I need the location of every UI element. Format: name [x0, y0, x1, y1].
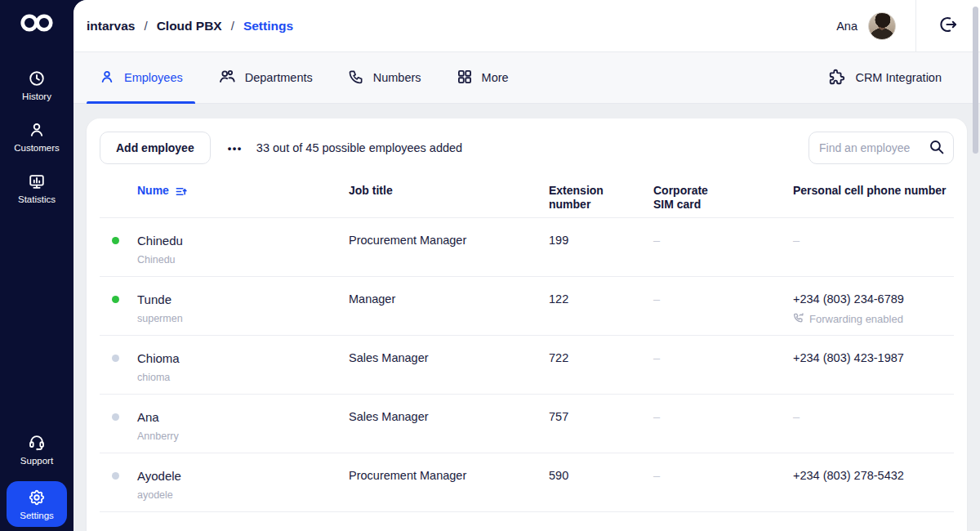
- employee-sim: –: [653, 395, 793, 453]
- call-forward-icon: [793, 312, 804, 326]
- clock-icon: [28, 69, 46, 87]
- breadcrumb-product[interactable]: Cloud PBX: [157, 19, 222, 33]
- table-row[interactable]: Chioma chioma Sales Manager 722 – +234 (…: [100, 336, 954, 395]
- puzzle-icon: [828, 68, 846, 88]
- logout-button[interactable]: [916, 15, 980, 38]
- sidebar-item-history[interactable]: History: [3, 60, 70, 111]
- employee-sim: –: [653, 453, 793, 511]
- table-row[interactable]: Tunde supermen Manager 122 – +234 (803) …: [100, 277, 954, 336]
- monitor-chart-icon: [28, 172, 46, 190]
- employee-extension: 590: [549, 453, 653, 511]
- overflow-menu-button[interactable]: •••: [228, 142, 243, 154]
- sidebar-item-label: Settings: [20, 511, 54, 520]
- user-name: Ana: [836, 20, 858, 33]
- tab-departments[interactable]: Departments: [206, 52, 325, 103]
- status-dot: [112, 296, 119, 303]
- employees-card: Add employee ••• 33 out of 45 possible e…: [87, 118, 967, 531]
- employee-sim: –: [653, 336, 793, 394]
- status-dot: [112, 413, 119, 421]
- logout-icon: [938, 15, 958, 38]
- employee-sim: –: [653, 218, 793, 276]
- sidebar-item-settings[interactable]: Settings: [7, 481, 67, 527]
- phone-note: Forwarding enabled: [793, 312, 954, 326]
- employee-extension: 122: [549, 277, 653, 335]
- sidebar-item-label: Support: [20, 456, 53, 466]
- brand-logo[interactable]: [19, 12, 55, 37]
- employee-job: Sales Manager: [349, 395, 549, 453]
- column-header-extension: Extension number: [549, 176, 624, 217]
- sidebar: History Customers Statistics: [0, 0, 74, 531]
- employee-username: chioma: [137, 372, 349, 383]
- breadcrumb-separator: /: [144, 19, 147, 33]
- tab-label: Departments: [245, 71, 313, 84]
- person-icon: [28, 121, 46, 139]
- table-body: Chinedu Chinedu Procurement Manager 199 …: [100, 218, 954, 512]
- infinity-icon: [19, 22, 55, 36]
- employee-name: Chinedu: [137, 233, 349, 248]
- tab-label: More: [482, 71, 509, 84]
- employee-job: Manager: [349, 277, 549, 335]
- column-header-name[interactable]: Nume: [137, 176, 349, 217]
- status-dot: [112, 355, 119, 362]
- table-row[interactable]: Chinedu Chinedu Procurement Manager 199 …: [100, 218, 954, 277]
- search-icon[interactable]: [928, 138, 945, 158]
- topbar-right: Ana: [836, 0, 980, 51]
- breadcrumb: intarvas / Cloud PBX / Settings: [87, 19, 293, 33]
- card-toolbar: Add employee ••• 33 out of 45 possible e…: [87, 132, 967, 164]
- phone-icon: [348, 69, 364, 87]
- employee-name: Chioma: [137, 350, 349, 366]
- search-input[interactable]: [819, 141, 928, 154]
- employee-count-text: 33 out of 45 possible employees added: [256, 141, 462, 154]
- employee-phone: +234 (803) 278-5432: [793, 468, 954, 484]
- breadcrumb-page[interactable]: Settings: [243, 19, 293, 33]
- employee-job: Sales Manager: [349, 336, 549, 394]
- sidebar-item-label: Statistics: [18, 194, 56, 204]
- sidebar-item-label: Customers: [14, 143, 60, 153]
- employee-search: [808, 132, 954, 164]
- status-dot: [112, 237, 119, 244]
- sidebar-nav-bottom: Support Settings: [3, 423, 70, 527]
- tab-employees[interactable]: Employees: [87, 52, 195, 103]
- employee-phone: –: [793, 233, 954, 248]
- user-icon: [99, 69, 115, 87]
- employee-extension: 757: [549, 395, 653, 453]
- tab-label: Employees: [124, 71, 183, 84]
- employee-phone: –: [793, 409, 954, 425]
- table-row[interactable]: Ayodele ayodele Procurement Manager 590 …: [100, 453, 954, 512]
- sidebar-item-label: History: [22, 91, 51, 101]
- tab-crm-integration[interactable]: CRM Integration: [816, 52, 954, 103]
- tabbar: Employees Departments Numbers: [74, 52, 980, 104]
- column-header-sim: Corporate SIM card: [653, 176, 728, 217]
- sidebar-item-customers[interactable]: Customers: [3, 111, 70, 163]
- main-area: Add employee ••• 33 out of 45 possible e…: [74, 104, 980, 530]
- headset-icon: [28, 433, 46, 452]
- employee-phone: +234 (803) 234-6789: [793, 292, 954, 307]
- employee-name: Tunde: [137, 292, 349, 307]
- breadcrumb-company[interactable]: intarvas: [87, 19, 135, 33]
- tab-label: CRM Integration: [855, 71, 942, 84]
- employee-username: Annberry: [137, 431, 349, 442]
- gear-icon: [28, 489, 46, 506]
- employee-sim: –: [653, 277, 793, 335]
- scrollbar-thumb[interactable]: [973, 7, 978, 154]
- employee-extension: 722: [549, 336, 653, 394]
- tab-numbers[interactable]: Numbers: [336, 52, 434, 103]
- table-row[interactable]: Ana Annberry Sales Manager 757 – –: [100, 395, 954, 453]
- sidebar-item-statistics[interactable]: Statistics: [3, 163, 70, 214]
- employee-job: Procurement Manager: [349, 453, 549, 511]
- sidebar-item-support[interactable]: Support: [3, 423, 70, 475]
- phone-note-text: Forwarding enabled: [809, 313, 903, 325]
- avatar[interactable]: [868, 12, 896, 40]
- employee-name: Ayodele: [137, 468, 349, 484]
- sidebar-nav: History Customers Statistics: [0, 60, 74, 214]
- column-header-phone: Personal cell phone number: [793, 176, 954, 217]
- topbar: intarvas / Cloud PBX / Settings Ana: [74, 0, 980, 52]
- tab-more[interactable]: More: [444, 52, 521, 103]
- breadcrumb-separator: /: [231, 19, 234, 33]
- column-header-job: Job title: [349, 176, 549, 217]
- employee-username: supermen: [137, 313, 349, 324]
- table-header-row: Nume Job title Extension number Corporat…: [100, 176, 954, 218]
- add-employee-button[interactable]: Add employee: [100, 132, 211, 164]
- column-header-label: Nume: [137, 184, 169, 198]
- grid-icon: [457, 69, 473, 87]
